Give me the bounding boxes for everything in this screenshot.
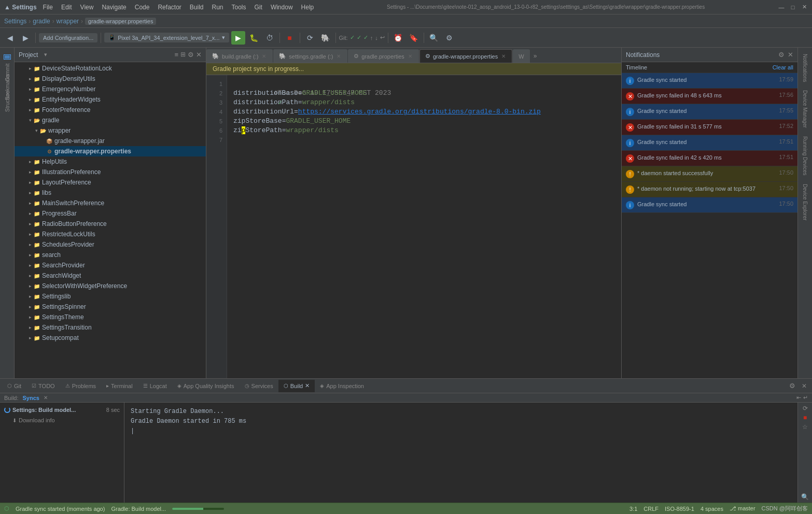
project-filter[interactable]: ⊞ [180,51,186,59]
status-encoding[interactable]: ISO-8859-1 [665,506,694,512]
notif-item[interactable]: ! * daemon not running; starting now at … [622,182,797,197]
menu-tools[interactable]: Tools [232,4,246,11]
tree-item[interactable]: ▸ 📁 search [15,250,206,260]
tree-item[interactable]: ▸ 📁 Settingslib [15,291,206,302]
history-btn[interactable]: ⏰ [391,31,405,45]
notif-item[interactable]: ✕ Gradle sync failed in 42 s 420 ms 17:5… [622,151,797,166]
tree-item[interactable]: ▾ 📂 gradle [15,115,206,125]
tab-w[interactable]: W [513,49,529,63]
tree-item[interactable]: 📦 gradle-wrapper.jar [15,136,206,146]
code-editor[interactable]: #Tue Dec 19 17:55:47 CST 2023 ✓ distribu… [227,75,621,378]
clear-all-btn[interactable]: Clear all [773,64,793,70]
menu-code[interactable]: Code [135,4,150,11]
device-explorer-icon[interactable]: Device Explorer [800,180,810,225]
menu-bar[interactable]: File Edit View Navigate Code Refactor Bu… [43,4,314,11]
notif-item[interactable]: i Gradle sync started 17:50 [622,197,797,213]
btab-logcat[interactable]: ☰ Logcat [138,380,172,392]
project-dropdown[interactable]: ▾ [44,51,47,58]
git-revert[interactable]: ↩ [380,34,385,41]
back-btn[interactable]: ◀ [3,31,17,45]
notif-item[interactable]: i Gradle sync started 17:51 [622,135,797,151]
tree-item[interactable]: ▸ 📁 RestrictedLockUtils [15,229,206,239]
menu-build[interactable]: Build [190,4,204,11]
notif-item[interactable]: i Gradle sync started 17:59 [622,73,797,89]
tree-item[interactable]: ▸ 📁 FooterPreference [15,105,206,115]
syncs-tab[interactable]: Syncs [23,395,39,401]
tree-item[interactable]: ⚙ gradle-wrapper.properties [15,146,206,156]
tree-item[interactable]: ▸ 📁 SettingsTheme [15,312,206,322]
btab-services[interactable]: ◷ Services [240,380,278,392]
status-branch[interactable]: ⎇ master [730,505,755,512]
btab-git[interactable]: ⬡ Git [2,380,26,392]
tab-overflow[interactable]: » [530,49,540,63]
build-scroll-top[interactable]: ⇤ [796,394,801,401]
device-selector[interactable]: 📱 Pixel 3a_API_34_extension_level_7_x...… [104,33,229,42]
sync-btn[interactable]: ⟳ [303,31,317,45]
git-check-3[interactable]: ✓ [363,34,368,41]
notif-settings-btn[interactable]: ⚙ [778,51,785,59]
tree-item[interactable]: ▸ 📁 EntityHeaderWidgets [15,94,206,105]
tree-item[interactable]: ▸ 📁 SelectorWithWidgetPreference [15,281,206,291]
search-everywhere-btn[interactable]: 🔍 [427,31,441,45]
tab-close-3[interactable]: ✕ [500,53,507,59]
build-side-icon-4[interactable]: 🔍 [801,493,809,501]
tree-item[interactable]: ▸ 📁 Setupcompat [15,333,206,343]
add-config-btn[interactable]: Add Configuration... [39,33,97,42]
menu-window[interactable]: Window [271,4,293,11]
minimize-btn[interactable]: — [778,4,785,11]
profile-btn[interactable]: ⏱ [263,31,276,45]
status-indent[interactable]: 4 spaces [701,506,723,512]
gradle-btn[interactable]: 🐘 [319,31,332,45]
structure-left-icon[interactable]: Structure [1,95,13,108]
tab-close-0[interactable]: ✕ [261,53,267,59]
settings-btn[interactable]: ⚙ [443,31,456,45]
tree-item[interactable]: ▸ 📁 SchedulesProvider [15,239,206,250]
tree-item[interactable]: ▸ 📁 HelpUtils [15,156,206,167]
bookmark-btn[interactable]: 🔖 [407,31,421,45]
tree-item[interactable]: ▾ 📂 wrapper [15,125,206,136]
btab-aqi[interactable]: ◈ App Quality Insights [172,380,240,392]
build-side-icon-3[interactable]: ☆ [802,423,808,431]
window-controls[interactable]: — □ ✕ [778,4,808,11]
git-check-1[interactable]: ✓ [350,34,355,41]
menu-view[interactable]: View [80,4,94,11]
device-manager-icon[interactable]: Device Manager [800,86,810,132]
btab-todo[interactable]: ☑ TODO [26,380,60,392]
menu-run[interactable]: Run [212,4,223,11]
tree-item[interactable]: ▸ 📁 SettingsTransition [15,322,206,333]
bottom-panel-close[interactable]: ✕ [799,382,810,390]
notif-item[interactable]: i Gradle sync started 17:55 [622,104,797,120]
tab-close-1[interactable]: ✕ [335,53,342,59]
notif-close-btn[interactable]: ✕ [788,51,793,59]
project-expand-all[interactable]: ≡ [174,51,178,59]
btab-terminal[interactable]: ▸ Terminal [101,380,138,392]
tree-item[interactable]: ▸ 📁 ProgressBar [15,208,206,219]
bottom-panel-gear[interactable]: ⚙ [786,382,799,390]
tree-item[interactable]: ▸ 📁 libs [15,188,206,198]
debug-btn[interactable]: 🐛 [247,31,261,45]
breadcrumb-gradle[interactable]: gradle [33,18,50,25]
notifications-right-icon[interactable]: Notifications [800,50,810,86]
tree-item[interactable]: ▸ 📁 DeviceStateRotationLock [15,63,206,74]
tree-item[interactable]: ▸ 📁 RadioButtonPreference [15,219,206,229]
menu-navigate[interactable]: Navigate [102,4,126,11]
tab-settings-gradle[interactable]: 🐘 settings.gradle (:) ✕ [273,49,347,63]
menu-refactor[interactable]: Refactor [158,4,181,11]
build-wrap[interactable]: ↵ [803,394,808,401]
notif-item[interactable]: ✕ Gradle sync failed in 48 s 643 ms 17:5… [622,89,797,104]
menu-file[interactable]: File [43,4,53,11]
tree-item[interactable]: ▸ 📁 EmergencyNumber [15,84,206,94]
tree-item[interactable]: ▸ 📁 SearchWidget [15,270,206,281]
tree-item[interactable]: ▸ 📁 MainSwitchPreference [15,198,206,208]
project-settings[interactable]: ⚙ [188,51,194,59]
tab-close-2[interactable]: ✕ [407,53,413,59]
tree-item[interactable]: ▸ 📁 DisplayDensityUtils [15,74,206,84]
tree-item[interactable]: ▸ 📁 IllustrationPreference [15,167,206,177]
project-icon[interactable] [1,51,13,63]
menu-edit[interactable]: Edit [61,4,72,11]
build-side-icon-1[interactable]: ⟳ [803,405,808,412]
tree-item[interactable]: ▸ 📁 SearchProvider [15,260,206,270]
menu-help[interactable]: Help [301,4,314,11]
btab-appinspection[interactable]: ◈ App Inspection [315,380,369,392]
running-devices-icon[interactable]: Running Devices [800,132,810,180]
